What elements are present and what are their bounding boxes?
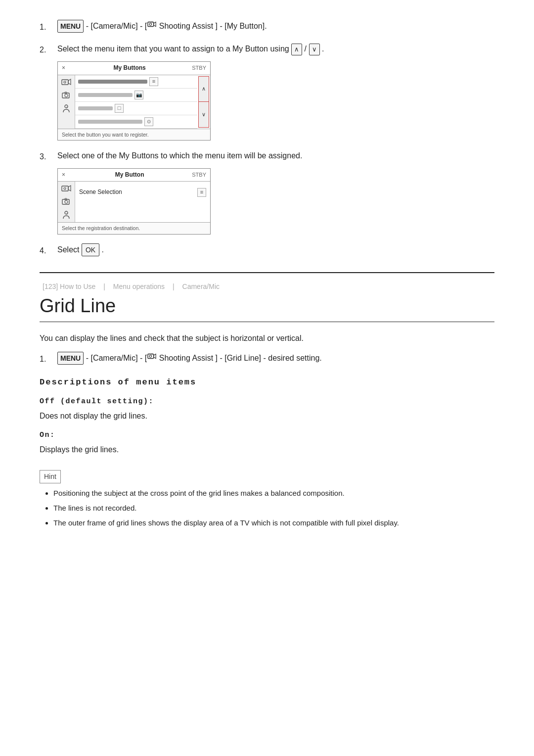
off-text: Does not display the grid lines.	[40, 410, 494, 423]
breadcrumb-sep1: |	[103, 283, 105, 290]
step-1-icon-label: Shooting Assist	[159, 22, 213, 30]
screenshot-1-title: My Buttons	[113, 63, 145, 73]
step-2: Select the menu item that you want to as…	[40, 43, 494, 141]
ok-key: OK	[82, 243, 99, 256]
sidebar-photo-icon: ↑	[60, 90, 73, 101]
off-heading: Off (default setting):	[40, 396, 494, 408]
arrow-up-key: ∧	[291, 44, 302, 56]
breadcrumb-part2: Menu operations	[113, 283, 165, 290]
svg-text:↑: ↑	[66, 212, 67, 215]
ms-row-3: □	[75, 102, 197, 115]
step-3-content: Select one of the My Buttons to which th…	[57, 149, 494, 235]
scroll-up-btn[interactable]: ∧	[199, 77, 209, 102]
ms-row-2: 📷	[75, 89, 197, 102]
ms2-row-icon-1: ≡	[197, 188, 206, 197]
ms-row-bar-2	[78, 93, 133, 97]
screenshot-1-scrollbar[interactable]: ∧ ∨	[198, 76, 209, 128]
screenshot-1: × My Buttons STBY ↑ ↑ ↑	[57, 61, 211, 141]
intro-text: You can display the lines and check that…	[40, 332, 494, 345]
svg-text:↑: ↑	[151, 20, 153, 24]
sidebar-person-icon: ↑	[60, 103, 73, 114]
screenshot-2-rows: Scene Selection ≡	[75, 182, 210, 222]
svg-text:↑: ↑	[65, 186, 67, 189]
svg-marker-5	[68, 79, 71, 85]
svg-text:↑: ↑	[65, 79, 67, 82]
screenshot-1-body: ↑ ↑ ↑ ≡	[58, 75, 210, 129]
step-4-text: Select	[57, 245, 82, 254]
screenshot-2-close: ×	[62, 170, 65, 180]
screenshot-2-body: ↑ ↑ ↑ Scene Selection ≡	[58, 182, 210, 222]
ms-row-bar-4	[78, 120, 142, 124]
ms-row-icon-3: □	[115, 104, 124, 113]
step-4-content: Select OK .	[57, 243, 494, 256]
svg-text:↑: ↑	[66, 105, 67, 108]
screenshot-1-footer: Select the button you want to register.	[58, 129, 210, 141]
grid-icon-label: Shooting Assist	[159, 354, 213, 362]
step-4: Select OK .	[40, 243, 494, 257]
menu-key-grid: MENU	[57, 352, 84, 365]
screenshot-1-sidebar: ↑ ↑ ↑	[58, 75, 75, 129]
ms-row-icon-2: 📷	[134, 91, 143, 99]
step-2-content: Select the menu item that you want to as…	[57, 43, 494, 141]
screenshot-2-stby: STBY	[192, 171, 206, 180]
step-1: MENU - [Camera/Mic] - [ ↑ Shooting Assis…	[40, 20, 494, 34]
grid-step-1-content: MENU - [Camera/Mic] - [ ↑ Shooting Assis…	[57, 352, 494, 365]
breadcrumb-sep2: |	[173, 283, 175, 290]
step-3-text: Select one of the My Buttons to which th…	[57, 151, 302, 160]
ms-row-icon-1: ≡	[149, 77, 158, 86]
screenshot-1-header: × My Buttons STBY	[58, 62, 210, 75]
page-title: Grid Line	[40, 295, 494, 318]
shooting-assist-icon-1: ↑	[147, 20, 156, 29]
ms-row-bar-3	[78, 106, 113, 110]
arrow-down-key: ∨	[309, 44, 320, 56]
screenshot-2: × My Button STBY ↑ ↑ ↑	[57, 168, 211, 235]
screenshot-1-rows: ≡ 📷 □ ⊙	[75, 75, 210, 129]
scroll-down-btn[interactable]: ∨	[199, 102, 209, 127]
sidebar2-person-icon: ↑	[60, 209, 73, 220]
hint-bullets: Positioning the subject at the cross poi…	[40, 487, 494, 529]
grid-path: - [Camera/Mic] - [	[86, 354, 147, 362]
hint-bullet-3: The outer frame of grid lines shows the …	[53, 517, 494, 528]
sidebar2-photo-icon: ↑	[60, 196, 73, 207]
sidebar-cam-icon: ↑	[60, 77, 73, 88]
shooting-assist-icon-grid: ↑	[147, 352, 156, 361]
step-1-path: - [Camera/Mic] - [	[86, 22, 147, 30]
ms2-row-1: Scene Selection ≡	[79, 186, 206, 199]
ms-row-bar-1	[78, 80, 147, 84]
step-2-text2: .	[322, 45, 324, 53]
screenshot-1-close: ×	[62, 63, 65, 73]
breadcrumb-part1: [123] How to Use	[43, 283, 95, 290]
svg-text:↑: ↑	[151, 352, 153, 356]
ms2-scene-selection: Scene Selection	[79, 188, 193, 197]
grid-steps: MENU - [Camera/Mic] - [ ↑ Shooting Assis…	[40, 352, 494, 366]
grid-path2: ] - [Grid Line] - desired setting.	[216, 354, 322, 362]
step-1-content: MENU - [Camera/Mic] - [ ↑ Shooting Assis…	[57, 20, 494, 33]
grid-step-1: MENU - [Camera/Mic] - [ ↑ Shooting Assis…	[40, 352, 494, 366]
svg-marker-15	[68, 186, 71, 191]
breadcrumb-part3: Camera/Mic	[182, 283, 220, 290]
section-divider-bottom	[40, 322, 494, 322]
step-1-path2: ] - [My Button].	[216, 22, 267, 30]
sidebar2-cam-icon: ↑	[60, 184, 73, 194]
svg-text:↑: ↑	[66, 199, 67, 202]
on-heading: On:	[40, 429, 494, 441]
section-divider-top	[40, 272, 494, 273]
hint-bullet-1: Positioning the subject at the cross poi…	[53, 487, 494, 499]
hint-bullet-2: The lines is not recorded.	[53, 502, 494, 514]
svg-text:↑: ↑	[66, 93, 67, 95]
menu-key-1: MENU	[57, 20, 84, 33]
ms-row-1: ≡	[75, 75, 197, 89]
screenshot-2-sidebar: ↑ ↑ ↑	[58, 182, 75, 222]
ms-row-icon-4: ⊙	[144, 117, 153, 126]
descriptions-heading: Descriptions of menu items	[40, 376, 494, 389]
hint-box: Hint	[40, 470, 61, 483]
screenshot-1-stby: STBY	[192, 64, 206, 73]
screenshot-2-header: × My Button STBY	[58, 169, 210, 182]
breadcrumb: [123] How to Use | Menu operations | Cam…	[40, 281, 494, 292]
step-4-text2: .	[102, 245, 104, 254]
screenshot-2-title: My Button	[115, 170, 144, 180]
step-2-text: Select the menu item that you want to as…	[57, 45, 291, 53]
screenshot-2-footer: Select the registration destination.	[58, 222, 210, 234]
on-text: Displays the grid lines.	[40, 443, 494, 456]
step-3: Select one of the My Buttons to which th…	[40, 149, 494, 235]
